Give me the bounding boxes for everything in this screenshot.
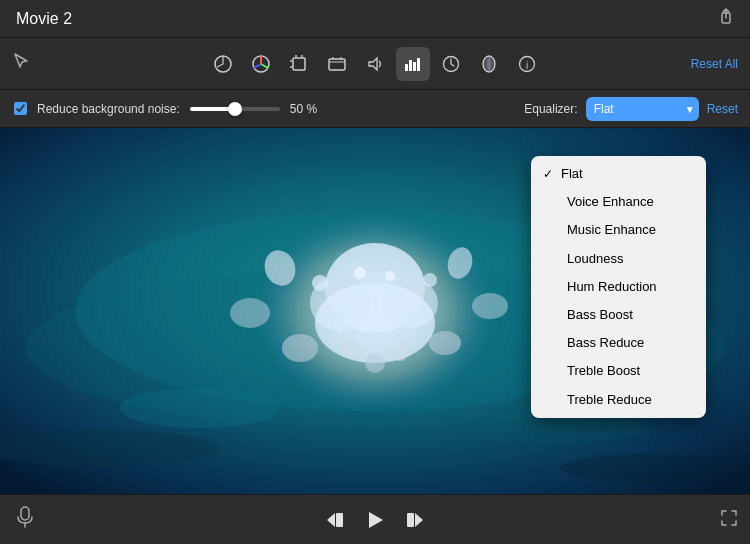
window-title: Movie 2	[16, 10, 72, 28]
eq-option-treble-boost[interactable]: Treble Boost	[531, 357, 706, 385]
skip-forward-button[interactable]	[395, 500, 435, 540]
svg-text:i: i	[526, 59, 528, 70]
reset-button[interactable]: Reset	[707, 102, 738, 116]
svg-point-38	[560, 454, 740, 482]
svg-point-21	[315, 283, 435, 363]
mic-icon[interactable]	[16, 506, 34, 533]
eq-option-loudness[interactable]: Loudness	[531, 245, 706, 273]
svg-point-25	[429, 331, 461, 355]
svg-point-32	[341, 339, 359, 357]
overlay-tool[interactable]	[472, 47, 506, 81]
svg-point-31	[385, 271, 395, 281]
svg-point-27	[472, 293, 508, 319]
svg-marker-43	[369, 512, 383, 528]
color-board-tool[interactable]	[206, 47, 240, 81]
speed-tool[interactable]	[434, 47, 468, 81]
eq-option-flat[interactable]: Flat	[531, 160, 706, 188]
arrow-tool[interactable]	[12, 52, 30, 75]
svg-rect-4	[329, 59, 345, 70]
svg-rect-3	[293, 58, 305, 70]
clip-tool[interactable]	[320, 47, 354, 81]
color-wheel-tool[interactable]	[244, 47, 278, 81]
equalizer-dropdown-wrapper[interactable]: Flat Voice Enhance Music Enhance Loudnes…	[586, 97, 699, 121]
eq-option-hum-reduction[interactable]: Hum Reduction	[531, 273, 706, 301]
equalizer-tool[interactable]	[396, 47, 430, 81]
svg-rect-45	[407, 513, 414, 527]
equalizer-label: Equalizer:	[524, 102, 577, 116]
svg-marker-44	[415, 513, 423, 527]
equalizer-dropdown-menu: Flat Voice Enhance Music Enhance Loudnes…	[531, 156, 706, 418]
equalizer-dropdown[interactable]: Flat Voice Enhance Music Enhance Loudnes…	[586, 97, 699, 121]
reset-all-button[interactable]: Reset All	[691, 57, 738, 71]
eq-option-bass-boost[interactable]: Bass Boost	[531, 301, 706, 329]
share-icon[interactable]	[718, 8, 734, 30]
volume-tool[interactable]	[358, 47, 392, 81]
svg-point-33	[392, 345, 408, 361]
svg-marker-5	[369, 58, 377, 70]
noise-reduction-label: Reduce background noise:	[37, 102, 180, 116]
svg-point-30	[354, 267, 366, 279]
bottom-bar	[0, 494, 750, 544]
eq-option-music-enhance[interactable]: Music Enhance	[531, 216, 706, 244]
equalizer-section: Equalizer: Flat Voice Enhance Music Enha…	[524, 97, 738, 121]
controls-bar: Reduce background noise: 50 % Equalizer:…	[0, 90, 750, 128]
svg-rect-6	[405, 64, 408, 71]
toolbar: i Reset All	[0, 38, 750, 90]
eq-option-treble-reduce[interactable]: Treble Reduce	[531, 386, 706, 414]
svg-rect-7	[409, 60, 412, 71]
svg-point-35	[120, 388, 280, 428]
play-button[interactable]	[355, 500, 395, 540]
svg-point-29	[423, 273, 437, 287]
svg-point-26	[230, 298, 270, 328]
info-tool[interactable]: i	[510, 47, 544, 81]
noise-reduction-slider[interactable]	[190, 107, 280, 111]
skip-back-button[interactable]	[315, 500, 355, 540]
eq-option-bass-reduce[interactable]: Bass Reduce	[531, 329, 706, 357]
titlebar: Movie 2	[0, 0, 750, 38]
video-area: Flat Voice Enhance Music Enhance Loudnes…	[0, 128, 750, 494]
noise-reduction-value: 50 %	[290, 102, 326, 116]
svg-point-28	[312, 275, 328, 291]
svg-rect-9	[417, 58, 420, 71]
svg-marker-41	[327, 513, 335, 527]
svg-point-24	[282, 334, 318, 362]
eq-option-voice-enhance[interactable]: Voice Enhance	[531, 188, 706, 216]
svg-rect-42	[336, 513, 343, 527]
svg-rect-8	[413, 62, 416, 71]
crop-tool[interactable]	[282, 47, 316, 81]
fullscreen-icon[interactable]	[720, 509, 738, 531]
svg-point-34	[365, 353, 385, 373]
svg-rect-39	[21, 507, 29, 520]
noise-reduction-checkbox[interactable]	[14, 102, 27, 115]
